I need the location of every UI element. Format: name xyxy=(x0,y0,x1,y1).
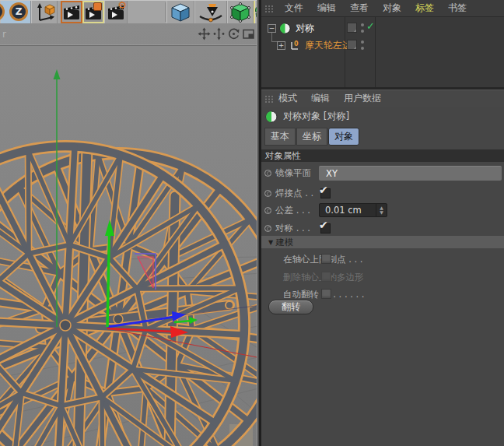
tolerance-row: 公差 . . . 0.01 cm ▲▼ xyxy=(261,202,504,218)
subdivision-surface-icon[interactable] xyxy=(227,1,254,23)
redo-z-icon[interactable]: Z xyxy=(9,2,28,21)
visibility-dots[interactable] xyxy=(361,23,365,36)
delete-polygons-checkbox xyxy=(321,272,331,282)
symmetry-checkbox[interactable]: ✔ xyxy=(319,221,330,232)
object-tree: − 对称 ✓ + 0 摩天轮左边 xyxy=(261,17,504,87)
om-menu-edit[interactable]: 编辑 xyxy=(317,2,336,15)
tab-basic[interactable]: 基本 xyxy=(264,128,296,146)
toggle-panel-icon[interactable] xyxy=(242,27,255,40)
limit-points-row: 在轴心上限制点 . . . xyxy=(261,251,504,267)
modeling-group-header[interactable]: ▼ 建模 xyxy=(261,236,504,248)
pan-icon[interactable] xyxy=(198,27,211,40)
enable-toggle[interactable]: ✓ xyxy=(366,20,375,32)
viewport-corner-label: r xyxy=(2,29,6,40)
mirror-plane-label: 镜像平面 xyxy=(275,167,311,179)
expand-toggle[interactable]: + xyxy=(277,41,285,50)
om-menu-view[interactable]: 查看 xyxy=(350,2,369,15)
am-menu-edit[interactable]: 编辑 xyxy=(311,92,330,105)
pen-spline-icon[interactable] xyxy=(194,1,227,23)
tab-object[interactable]: 对象 xyxy=(328,128,359,146)
right-panel: 文件 编辑 查看 对象 标签 书签 − 对称 ✓ + 0 xyxy=(261,0,504,446)
attribute-tabs: 基本 坐标 对象 xyxy=(264,128,360,146)
tree-row-symmetry[interactable]: − 对称 xyxy=(268,20,314,36)
keyframe-circle-icon[interactable] xyxy=(264,207,271,214)
svg-text:0: 0 xyxy=(294,40,299,47)
visibility-dots[interactable] xyxy=(361,40,365,53)
tab-coordinates[interactable]: 坐标 xyxy=(296,128,327,146)
cube-primitive-icon[interactable] xyxy=(166,1,194,23)
viewport-canvas[interactable] xyxy=(0,23,261,446)
collapse-toggle[interactable]: − xyxy=(268,24,276,33)
render-settings-icon[interactable]: ⚙ xyxy=(104,1,128,23)
limit-points-checkbox[interactable] xyxy=(321,254,331,264)
mirror-plane-row: 镜像平面 XY xyxy=(261,165,504,181)
gear-icon: ⚙ xyxy=(117,1,127,10)
tolerance-label: 公差 . . . xyxy=(275,205,310,216)
object-manager-menubar: 文件 编辑 查看 对象 标签 书签 xyxy=(261,0,504,17)
attribute-title: 对称对象 [对称] xyxy=(283,110,349,123)
object-properties-header: 对象属性 xyxy=(261,149,504,162)
delete-polygons-row: 删除轴心上的多边形 xyxy=(261,269,504,285)
null-object-icon: 0 xyxy=(289,40,300,51)
keyframe-circle-icon[interactable] xyxy=(264,225,271,232)
weld-points-checkbox[interactable]: ✔ xyxy=(319,186,330,197)
undo-circle-icon[interactable] xyxy=(0,2,5,21)
auto-flip-checkbox[interactable] xyxy=(321,289,331,299)
keyframe-circle-icon[interactable] xyxy=(264,170,271,177)
om-menu-object[interactable]: 对象 xyxy=(383,2,401,15)
symmetry-label: 对称 . . . xyxy=(275,223,310,234)
grip-icon[interactable] xyxy=(264,95,275,103)
flip-button[interactable]: 翻转 xyxy=(268,300,313,314)
am-menu-userdata[interactable]: 用户数据 xyxy=(344,92,381,105)
symmetry-object-icon xyxy=(265,111,278,123)
am-menu-mode[interactable]: 模式 xyxy=(278,92,297,105)
render-view-icon[interactable] xyxy=(61,1,82,23)
om-menu-tags[interactable]: 标签 xyxy=(415,2,434,15)
tolerance-value[interactable]: 0.01 cm xyxy=(320,205,376,216)
weld-points-row: 焊接点 . . ✔ xyxy=(261,185,504,201)
om-menu-bookmarks[interactable]: 书签 xyxy=(448,2,467,15)
zoom-icon[interactable] xyxy=(212,27,226,40)
grip-icon[interactable] xyxy=(264,5,275,12)
plugin-tile: Z xyxy=(0,1,31,23)
tolerance-field[interactable]: 0.01 cm ▲▼ xyxy=(319,203,387,217)
symmetry-object-icon xyxy=(279,23,291,34)
picture-viewer-badge xyxy=(93,2,102,11)
mirror-plane-select[interactable]: XY xyxy=(319,166,502,181)
rotate-icon[interactable] xyxy=(227,27,240,40)
weld-points-label: 焊接点 . . xyxy=(275,188,313,199)
attribute-title-row: 对称对象 [对称] xyxy=(261,107,504,126)
symmetry-row: 对称 . . . ✔ xyxy=(261,220,504,236)
display-tag[interactable] xyxy=(347,23,357,33)
render-picture-viewer-icon[interactable] xyxy=(82,1,104,23)
keyframe-circle-icon[interactable] xyxy=(264,190,271,197)
om-menu-file[interactable]: 文件 xyxy=(285,2,303,15)
axis-cube-icon[interactable] xyxy=(31,1,58,23)
object-name[interactable]: 摩天轮左边 xyxy=(305,39,352,52)
object-name[interactable]: 对称 xyxy=(296,22,314,35)
tree-row-ferris-left[interactable]: + 0 摩天轮左边 xyxy=(277,37,352,53)
orange-cube xyxy=(45,5,54,15)
attribute-manager-menubar: 模式 编辑 用户数据 xyxy=(261,90,504,107)
main-toolbar: Z xyxy=(0,0,261,23)
toolbar-separator xyxy=(165,2,166,22)
display-tag[interactable] xyxy=(347,40,357,50)
spinner-control[interactable]: ▲▼ xyxy=(376,204,387,216)
cinema4d-window: { "toolbar": { "z_icon_letter": "Z", "ic… xyxy=(0,0,504,446)
modeling-header-label: 建模 xyxy=(275,237,293,248)
viewport[interactable]: r xyxy=(0,23,261,446)
section-collapse-icon: ▼ xyxy=(268,239,273,246)
